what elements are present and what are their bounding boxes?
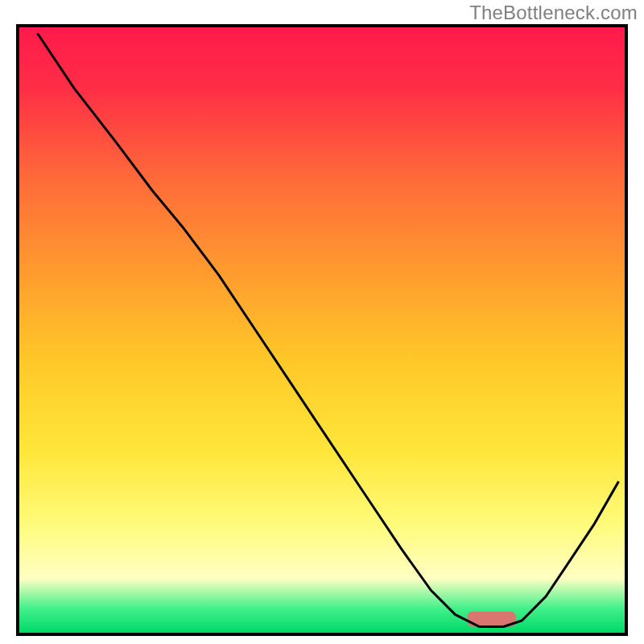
watermark-text: TheBottleneck.com bbox=[469, 2, 638, 24]
plot-area bbox=[16, 24, 628, 636]
curve-layer bbox=[19, 27, 625, 633]
chart-container: TheBottleneck.com bbox=[0, 0, 644, 644]
bottleneck-curve bbox=[38, 34, 619, 627]
